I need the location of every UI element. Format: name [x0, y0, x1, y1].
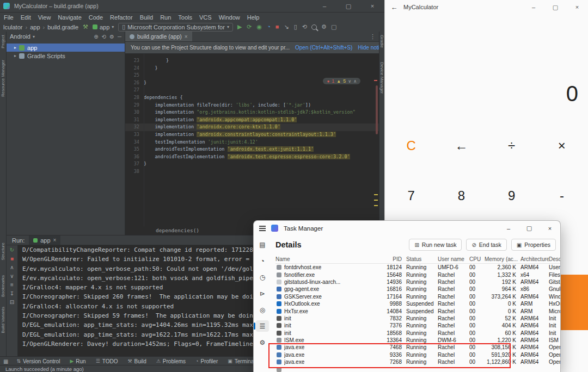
rerun-icon[interactable]: ↻ [10, 247, 14, 253]
process-row[interactable]: java.exe 7468 Running Rachel 00 308,156 … [275, 344, 560, 351]
menu-item[interactable]: View [38, 14, 51, 21]
clear-console-icon[interactable]: ⊟ [10, 300, 14, 305]
code-line[interactable]: 27 [125, 86, 379, 94]
next-problem-icon[interactable]: ∨ [348, 79, 351, 84]
process-row[interactable]: gpg-agent.exe 16816 Running Rachel 00 96… [275, 286, 560, 293]
hide-notification-link[interactable]: Hide notification [358, 45, 379, 51]
ide-titlebar[interactable]: MyCalculator – build.gradle (app) – ▢ × [0, 0, 384, 13]
calc-button-divide[interactable]: ÷ [487, 121, 537, 171]
calc-button-clear[interactable]: C [386, 121, 436, 171]
column-header[interactable]: Description [549, 256, 560, 262]
prev-problem-icon[interactable]: ∧ [353, 79, 357, 84]
toolwindow-bookmarks-stripe[interactable]: Bookmarks [1, 275, 5, 297]
processes-icon[interactable]: ▤ [256, 239, 269, 250]
process-row[interactable]: HxTsr.exe 14084 Suspended Rachel 00 0 K … [275, 307, 560, 314]
breadcrumb-item[interactable]: app [22, 24, 40, 30]
menu-item[interactable]: Run [160, 14, 171, 21]
process-row[interactable]: java.exe 7268 Running Rachel 00 1,122,86… [275, 358, 560, 365]
maximize-button[interactable]: ▢ [519, 221, 540, 235]
process-row[interactable]: init 18568 Running Rachel 00 60 K ARM64 … [275, 330, 560, 337]
run-tab[interactable]: app × [29, 235, 60, 245]
process-row[interactable]: init 7376 Running Rachel 00 404 K ARM64 … [275, 322, 560, 329]
toolwindow-build[interactable]: ⚒ Build [122, 357, 151, 365]
code-line[interactable]: 30 implementation "org.jetbrains.kotlin:… [125, 109, 379, 116]
toolwindow-structure-stripe[interactable]: Structure [1, 243, 5, 260]
toolwindow-run[interactable]: ▶ Run [65, 357, 90, 365]
column-header[interactable]: Name [275, 256, 382, 262]
attach-debugger-icon[interactable]: ↘ [284, 24, 289, 30]
inspections-widget[interactable]: ● 1 ▲ 5 ∨ ∧ [323, 78, 360, 84]
menu-item[interactable]: Build [140, 14, 153, 21]
services-icon[interactable]: ⚙ [256, 337, 269, 348]
process-row[interactable]: init 7832 Running Rachel 00 52 K ARM64 I… [275, 315, 560, 322]
process-row[interactable]: java.exe 9336 Running Rachel 00 591,920 … [275, 351, 560, 358]
calc-button-minus[interactable]: - [537, 171, 587, 221]
editor-options-icon[interactable]: ⋮ [370, 33, 379, 40]
minimize-button[interactable]: – [523, 0, 544, 14]
process-row[interactable]: HxOutlook.exe 9988 Suspended Rachel 00 0… [275, 300, 560, 307]
menu-item[interactable]: Navigate [58, 14, 81, 21]
column-header[interactable]: Architecture [520, 256, 549, 262]
search-everywhere-icon[interactable] [311, 24, 317, 30]
toolwindow-resource-manager-stripe[interactable]: Resource Manager [1, 60, 5, 97]
profiler-icon[interactable]: ◔ [267, 24, 271, 30]
layout-icon[interactable]: ▢ [331, 24, 336, 30]
project-tree-item[interactable]: ▸ Gradle Scripts [7, 52, 125, 60]
scrollbar-thumb[interactable] [376, 85, 378, 134]
sync-project-icon[interactable]: ⟲ [302, 24, 307, 30]
editor-tab[interactable]: build.gradle (app) × [125, 32, 192, 41]
back-icon[interactable]: ← [385, 3, 403, 11]
toolwindow-todo[interactable]: ☰ TODO [91, 357, 123, 365]
process-row[interactable]: fontdrvhost.exe 18124 Running UMFD-6 00 … [275, 264, 560, 271]
toolwindow-gradle-stripe[interactable]: Gradle [379, 35, 384, 48]
project-tree-item[interactable]: ▸ app [7, 44, 125, 52]
menu-item[interactable]: Help [247, 14, 260, 21]
column-header[interactable]: Status [406, 256, 438, 262]
close-button[interactable]: × [566, 0, 588, 14]
toolwindow-build-variants-stripe[interactable]: Build Variants [1, 307, 5, 333]
toolwindow-device-manager-stripe[interactable]: Device Manager [379, 62, 384, 94]
end-task-button[interactable]: ⊘ End task [466, 239, 506, 251]
code-line[interactable]: 33 implementation 'androidx.constraintla… [125, 131, 379, 139]
code-line[interactable]: 23 } [125, 57, 379, 65]
expand-all-icon[interactable]: ⊕ [94, 34, 98, 40]
code-line[interactable]: 24 } [125, 65, 379, 72]
toolwindow-switcher-icon[interactable]: ▦ [0, 358, 11, 364]
stop-icon[interactable]: ■ [275, 24, 279, 30]
close-tab-icon[interactable]: × [185, 34, 188, 40]
minimize-button[interactable]: – [498, 221, 519, 235]
expand-arrow-icon[interactable]: ▸ [14, 45, 16, 50]
column-header[interactable]: Memory (ac... [485, 256, 520, 262]
minimize-button[interactable]: – [313, 0, 336, 12]
calc-button-equals[interactable] [560, 275, 588, 330]
calc-button-backspace[interactable]: ← [436, 121, 486, 171]
process-row[interactable]: ISM.exe 13364 Running DWM-6 00 1,220 K A… [275, 337, 560, 344]
task-manager-titlebar[interactable]: Task Manager – ▢ × [254, 221, 560, 235]
code-line[interactable]: 35 androidTestImplementation 'androidx.t… [125, 146, 379, 153]
maximize-button[interactable]: ▢ [544, 0, 566, 14]
soft-wrap-icon[interactable]: ≡ [10, 282, 14, 288]
calc-button-8[interactable]: 8 [436, 171, 486, 221]
toolwindow-profiler[interactable]: ◔ Profiler [191, 357, 223, 365]
hamburger-icon[interactable] [259, 228, 266, 229]
breadcrumb-item[interactable]: lculator [3, 24, 22, 30]
details-icon[interactable]: ☰ [256, 320, 269, 332]
toolwindow-version-control[interactable]: ⇅ Version Control [11, 357, 65, 365]
code-line[interactable]: 28 dependencies { [125, 94, 379, 102]
code-line[interactable]: 29 implementation fileTree(dir: 'libs', … [125, 102, 379, 109]
code-line[interactable]: 31 implementation 'androidx.appcompat:ap… [125, 116, 379, 124]
run-config-selector[interactable]: app ▾ [93, 24, 114, 30]
close-button[interactable]: × [360, 0, 384, 12]
code-line[interactable]: 37 } [125, 160, 379, 168]
toolwindow-project-stripe[interactable]: Project [1, 35, 5, 48]
expand-arrow-icon[interactable]: ▸ [14, 53, 16, 58]
panel-settings-icon[interactable]: ⚙ [109, 34, 114, 40]
apply-changes-icon[interactable]: ⟳ [247, 24, 252, 30]
process-row[interactable]: gitstatusd-linux-aarch... 14936 Running … [275, 278, 560, 286]
toolwindow-problems[interactable]: ⚠ Problems [151, 357, 191, 365]
close-icon[interactable]: × [53, 237, 57, 243]
run-new-task-button[interactable]: ⊞ Run new task [409, 239, 462, 251]
calc-button-7[interactable]: 7 [386, 171, 436, 221]
menu-item[interactable]: VCS [199, 14, 212, 21]
settings-icon[interactable]: ⚙ [321, 24, 327, 30]
